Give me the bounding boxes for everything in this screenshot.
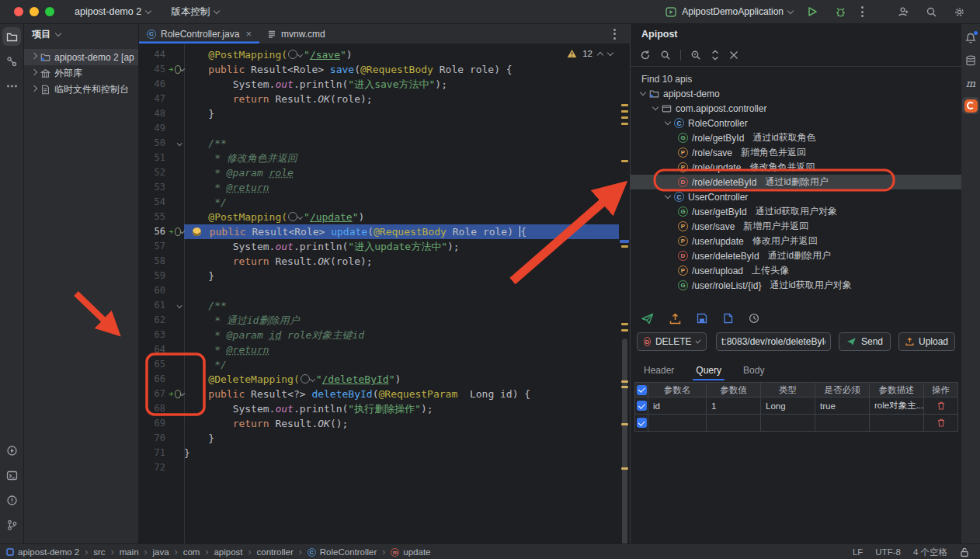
code-line[interactable]: 44 @PostMapping("/save") <box>139 47 630 62</box>
line-number[interactable]: 53 <box>139 180 169 195</box>
table-cell[interactable]: true <box>815 398 870 415</box>
line-number[interactable]: 47 <box>139 92 169 106</box>
upload-icon[interactable] <box>669 313 681 325</box>
collapse-all-icon[interactable] <box>729 50 738 60</box>
breadcrumb-item[interactable]: controller <box>257 547 294 557</box>
code-line[interactable]: 50 /** <box>139 136 630 151</box>
line-number[interactable]: 70 <box>139 431 169 446</box>
table-cell[interactable]: Long <box>761 398 815 415</box>
run-gutter-icon[interactable] <box>169 224 184 239</box>
next-problem-icon[interactable] <box>607 49 613 55</box>
line-number[interactable]: 72 <box>139 460 169 475</box>
line-number[interactable]: 64 <box>139 342 169 357</box>
line-number[interactable]: 45 <box>139 62 169 77</box>
tab-body[interactable]: Body <box>743 365 764 376</box>
status-item[interactable]: UTF-8 <box>875 547 901 557</box>
line-number[interactable]: 54 <box>139 195 169 210</box>
run-tool-button[interactable] <box>2 441 21 460</box>
project-menu[interactable]: apipost-demo 2 <box>75 6 151 17</box>
tab-header[interactable]: Header <box>644 365 674 376</box>
warning-stripe-mark[interactable] <box>621 323 628 325</box>
api-tree-item[interactable]: com.apipost.controller <box>631 101 961 116</box>
delete-row-icon[interactable] <box>937 418 945 427</box>
table-cell[interactable] <box>648 415 707 432</box>
chevron-down-icon[interactable] <box>652 104 659 110</box>
mapping-globe-icon[interactable] <box>288 50 297 59</box>
breadcrumb-item[interactable]: apipost-demo 2 <box>6 547 79 557</box>
locate-icon[interactable] <box>690 50 701 61</box>
prev-problem-icon[interactable] <box>597 51 603 57</box>
tab-options-button[interactable] <box>612 27 617 41</box>
warning-stripe-mark[interactable] <box>621 245 628 248</box>
unlock-icon[interactable] <box>960 547 969 557</box>
line-number[interactable]: 61 <box>139 298 169 313</box>
line-number[interactable]: 71 <box>139 446 169 460</box>
row-checkbox[interactable] <box>637 418 647 428</box>
refresh-icon[interactable] <box>640 50 651 61</box>
api-tree-item[interactable]: G/user/getById通过id获取用户对象 <box>631 204 961 219</box>
code-line[interactable]: 71} <box>139 446 630 460</box>
minimize-window-button[interactable] <box>30 7 39 16</box>
terminal-tool-button[interactable] <box>2 466 21 484</box>
run-configuration-select[interactable]: ApipostDemoApplication <box>665 6 793 18</box>
delete-row-icon[interactable] <box>937 401 945 410</box>
code-line[interactable]: 64 * @return <box>139 342 630 357</box>
api-tree-item[interactable]: apipost-demo <box>631 86 961 101</box>
export-doc-icon[interactable] <box>723 313 733 324</box>
scrollbar-thumb[interactable] <box>622 339 627 544</box>
code-line[interactable]: 45 public Result<Role> save(@RequestBody… <box>139 62 630 77</box>
api-tree-item[interactable]: P/role/update修改角色并返回 <box>631 160 961 175</box>
problems-tool-button[interactable] <box>2 491 21 509</box>
more-tool-windows-button[interactable] <box>2 77 21 95</box>
structure-tool-button[interactable] <box>2 52 21 71</box>
line-number[interactable]: 52 <box>139 165 169 180</box>
api-tree-item[interactable]: G/user/roleList/{id}通过id获取用户对象 <box>631 278 961 293</box>
mapping-globe-icon[interactable] <box>288 212 297 221</box>
intention-bulb-icon[interactable] <box>193 227 201 236</box>
url-input[interactable]: t:8083/dev/role/deleteById <box>716 332 831 351</box>
table-cell[interactable] <box>707 415 761 432</box>
table-cell[interactable] <box>761 415 815 432</box>
table-cell[interactable]: 1 <box>707 398 761 415</box>
breadcrumb-item[interactable]: CRoleController <box>308 547 377 557</box>
line-number[interactable]: 56 <box>139 224 169 239</box>
chevron-down-icon[interactable] <box>665 193 671 199</box>
code-line[interactable]: 57 System.out.println("进入update方法中"); <box>139 239 630 254</box>
close-window-button[interactable] <box>14 7 23 16</box>
api-tree-item[interactable]: G/role/getById通过id获取角色 <box>631 130 961 145</box>
project-panel-header[interactable]: 项目 <box>24 24 138 44</box>
zoom-window-button[interactable] <box>45 7 54 16</box>
search-icon[interactable] <box>660 50 671 61</box>
code-line[interactable]: 68 System.out.println("执行删除操作"); <box>139 401 630 416</box>
code-line[interactable]: 65 */ <box>139 357 630 372</box>
run-gutter-icon[interactable] <box>169 387 184 401</box>
code-with-me-button[interactable] <box>895 3 912 20</box>
api-tree-item[interactable]: P/user/upload上传头像 <box>631 263 961 278</box>
code-line[interactable]: 56 public Result<Role> update(@RequestBo… <box>139 224 630 239</box>
api-tree-item[interactable]: P/user/save新增用户并返回 <box>631 219 961 234</box>
code-line[interactable]: 62 * 通过id删除用户 <box>139 313 630 328</box>
code-line[interactable]: 52 * @param role <box>139 165 630 180</box>
table-cell[interactable]: role对象主... <box>870 398 924 415</box>
line-number[interactable]: 69 <box>139 416 169 431</box>
code-line[interactable]: 55 @PostMapping("/update") <box>139 210 630 224</box>
code-line[interactable]: 58 return Result.OK(role); <box>139 254 630 269</box>
api-tree-item-selected[interactable]: D/role/deleteById通过id删除用户 <box>631 175 961 189</box>
api-tree-item[interactable]: P/role/save新增角色并返回 <box>631 145 961 160</box>
vcs-menu[interactable]: 版本控制 <box>171 5 219 19</box>
api-tree-item[interactable]: CRoleController <box>631 116 961 130</box>
line-number[interactable]: 46 <box>139 77 169 92</box>
chevron-right-icon[interactable] <box>31 53 37 59</box>
code-line[interactable]: 61 /** <box>139 298 630 313</box>
project-tree-item[interactable]: 临时文件和控制台 <box>24 82 138 98</box>
breadcrumb-item[interactable]: main <box>120 547 139 557</box>
project-tree-item[interactable]: apipost-demo 2 [ap <box>24 49 138 65</box>
method-select[interactable]: D DELETE <box>637 332 707 351</box>
mapping-globe-icon[interactable] <box>301 374 310 384</box>
chevron-down-icon[interactable] <box>665 119 671 125</box>
breadcrumb-item[interactable]: com <box>183 547 200 557</box>
line-number[interactable]: 49 <box>139 121 169 136</box>
send-icon[interactable] <box>641 313 654 325</box>
table-cell[interactable]: id <box>648 398 707 415</box>
warning-stripe-mark[interactable] <box>621 123 628 125</box>
